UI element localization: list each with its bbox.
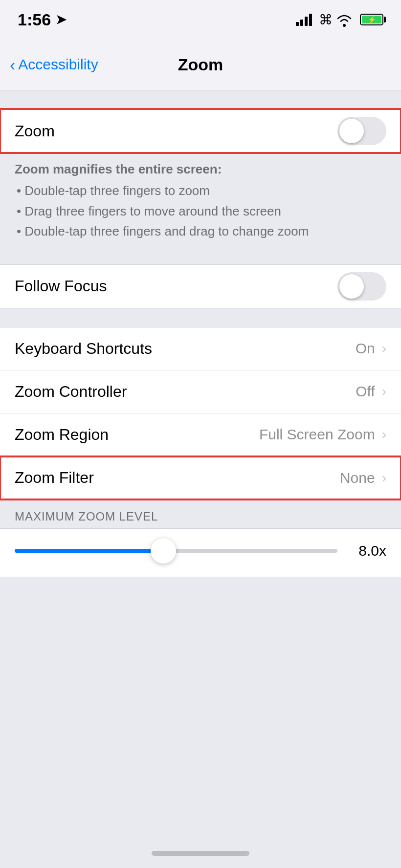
bottom-spacer [0, 577, 401, 773]
status-icons: ⌘ ⚡ [296, 12, 383, 28]
info-item-1: Double-tap three fingers to zoom [15, 181, 386, 201]
bar1 [296, 22, 299, 26]
zoom-filter-value: None [340, 470, 375, 486]
menu-section: Keyboard Shortcuts On › Zoom Controller … [0, 327, 401, 500]
spacer-1 [0, 90, 401, 109]
spacer-3 [0, 308, 401, 327]
info-item-3: Double-tap three fingers and drag to cha… [15, 221, 386, 242]
zoom-level-header: MAXIMUM ZOOM LEVEL [0, 500, 401, 528]
zoom-filter-row[interactable]: Zoom Filter None › [0, 456, 401, 499]
zoom-region-value: Full Screen Zoom [259, 426, 375, 443]
chevron-right-icon-4: › [382, 470, 386, 486]
slider-section: 8.0x [0, 528, 401, 577]
page-title: Zoom [178, 55, 223, 74]
status-time: 1:56 ➤ [18, 10, 67, 29]
zoom-controller-row[interactable]: Zoom Controller Off › [0, 370, 401, 413]
zoom-controller-label: Zoom Controller [15, 383, 127, 401]
chevron-right-icon-1: › [382, 341, 386, 356]
time-display: 1:56 [18, 10, 51, 29]
slider-track-fill [15, 549, 163, 553]
slider-track[interactable] [15, 549, 337, 553]
back-chevron-icon: ‹ [10, 56, 15, 73]
zoom-level-header-text: MAXIMUM ZOOM LEVEL [15, 510, 158, 523]
bar4 [309, 14, 312, 26]
zoom-filter-right: None › [340, 470, 386, 486]
zoom-toggle[interactable] [337, 117, 386, 145]
keyboard-shortcuts-value: On [356, 340, 375, 357]
slider-container: 8.0x [0, 529, 401, 577]
zoom-info-block: Zoom magnifies the entire screen: Double… [0, 153, 401, 255]
follow-focus-thumb [339, 274, 364, 299]
zoom-controller-right: Off › [356, 383, 386, 400]
bar3 [305, 17, 308, 26]
zoom-controller-value: Off [356, 383, 375, 400]
info-title: Zoom magnifies the entire screen: [15, 162, 386, 177]
status-bar: 1:56 ➤ ⌘ ⚡ [0, 0, 401, 39]
battery-bolt: ⚡ [368, 16, 376, 23]
zoom-label: Zoom [15, 122, 55, 140]
toggle-thumb [339, 119, 364, 143]
wifi-icon: ⌘ [319, 12, 352, 28]
follow-focus-toggle[interactable] [337, 272, 386, 301]
info-item-2: Drag three fingers to move around the sc… [15, 201, 386, 222]
nav-header: ‹ Accessibility Zoom [0, 39, 401, 90]
signal-bars-icon [296, 13, 312, 26]
keyboard-shortcuts-right: On › [356, 340, 386, 357]
back-button[interactable]: ‹ Accessibility [10, 56, 98, 73]
zoom-region-label: Zoom Region [15, 426, 109, 444]
zoom-region-right: Full Screen Zoom › [259, 426, 386, 443]
keyboard-shortcuts-row[interactable]: Keyboard Shortcuts On › [0, 327, 401, 370]
zoom-filter-label: Zoom Filter [15, 469, 94, 487]
follow-focus-row: Follow Focus [0, 265, 401, 308]
settings-content: Zoom Zoom magnifies the entire screen: D… [0, 90, 401, 773]
location-icon: ➤ [56, 12, 67, 27]
chevron-right-icon-2: › [382, 384, 386, 399]
follow-focus-label: Follow Focus [15, 277, 107, 295]
bar2 [300, 20, 303, 26]
slider-value: 8.0x [347, 542, 386, 559]
zoom-toggle-row: Zoom [0, 109, 401, 152]
follow-focus-section: Follow Focus [0, 264, 401, 308]
zoom-region-row[interactable]: Zoom Region Full Screen Zoom › [0, 413, 401, 456]
zoom-toggle-section: Zoom [0, 109, 401, 153]
slider-thumb[interactable] [151, 538, 176, 564]
home-indicator-area [0, 839, 401, 868]
back-label: Accessibility [18, 56, 98, 73]
battery-icon: ⚡ [360, 14, 383, 25]
keyboard-shortcuts-label: Keyboard Shortcuts [15, 340, 152, 358]
spacer-2 [0, 255, 401, 264]
home-indicator [152, 851, 249, 856]
chevron-right-icon-3: › [382, 427, 386, 442]
